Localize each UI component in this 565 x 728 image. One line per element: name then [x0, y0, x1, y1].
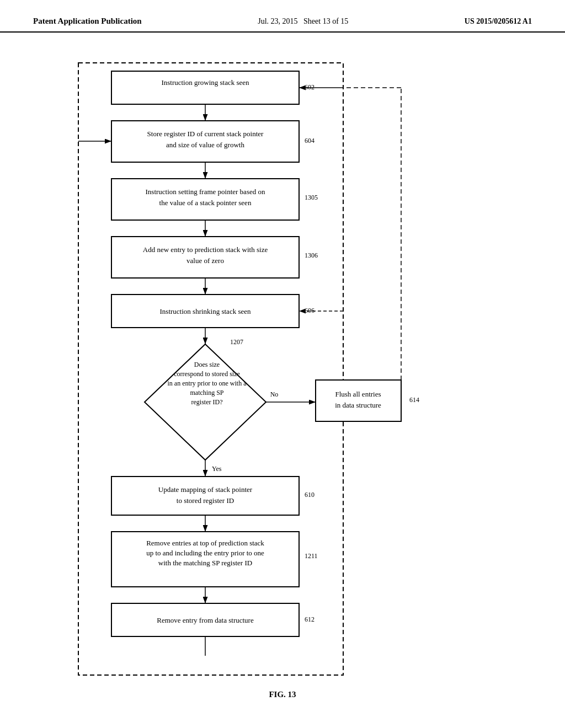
svg-text:the value of a stack pointer s: the value of a stack pointer seen	[159, 199, 252, 207]
svg-text:to stored register ID: to stored register ID	[177, 496, 234, 505]
svg-rect-1	[111, 71, 299, 104]
svg-text:604: 604	[305, 137, 315, 144]
svg-text:FIG. 13: FIG. 13	[269, 690, 296, 699]
svg-text:Store register ID of current s: Store register ID of current stack point…	[147, 130, 264, 138]
svg-text:up to and including the entry : up to and including the entry prior to o…	[146, 549, 264, 557]
page-header: Patent Application Publication Jul. 23, …	[0, 0, 565, 33]
publication-label: Patent Application Publication	[33, 17, 142, 26]
svg-text:610: 610	[305, 491, 315, 499]
flowchart-svg: Instruction growing stack seen 602 Store…	[67, 49, 498, 711]
patent-number-label: US 2015/0205612 A1	[465, 17, 532, 26]
svg-text:matching SP: matching SP	[190, 389, 223, 397]
svg-text:Flush all entries: Flush all entries	[335, 390, 381, 398]
svg-text:Yes: Yes	[212, 465, 222, 473]
svg-text:Does size: Does size	[194, 361, 220, 368]
svg-text:Instruction shrinking stack se: Instruction shrinking stack seen	[160, 307, 251, 315]
svg-text:606: 606	[305, 307, 315, 314]
svg-text:correspond to stored size: correspond to stored size	[174, 370, 240, 378]
svg-text:in data structure: in data structure	[335, 401, 381, 409]
svg-text:1211: 1211	[305, 552, 318, 560]
svg-text:1305: 1305	[305, 194, 318, 201]
svg-text:register ID?: register ID?	[191, 398, 223, 406]
date-label: Jul. 23, 2015 Sheet 13 of 15	[258, 17, 348, 26]
svg-text:value of zero: value of zero	[186, 256, 224, 265]
svg-rect-44	[111, 477, 299, 515]
svg-text:No: No	[270, 390, 279, 398]
svg-text:in an entry prior to one with : in an entry prior to one with a	[168, 379, 247, 387]
svg-text:612: 612	[305, 615, 315, 623]
svg-text:1207: 1207	[230, 338, 243, 346]
flowchart-container: Instruction growing stack seen 602 Store…	[67, 49, 498, 713]
svg-text:Instruction growing stack seen: Instruction growing stack seen	[161, 78, 249, 87]
svg-text:Instruction setting frame poin: Instruction setting frame pointer based …	[146, 188, 265, 196]
svg-text:with the matching SP register : with the matching SP register ID	[158, 559, 252, 567]
svg-text:Add new entry to prediction st: Add new entry to prediction stack with s…	[143, 245, 268, 254]
svg-text:Remove entries at top of predi: Remove entries at top of prediction stac…	[146, 539, 264, 547]
svg-text:1306: 1306	[305, 251, 318, 259]
svg-text:614: 614	[409, 396, 419, 404]
svg-text:602: 602	[305, 83, 315, 91]
svg-text:and size of value of growth: and size of value of growth	[166, 141, 244, 149]
svg-text:Remove entry from data structu: Remove entry from data structure	[157, 616, 254, 624]
diagram-area: Instruction growing stack seen 602 Store…	[0, 33, 565, 724]
svg-text:Update mapping of stack pointe: Update mapping of stack pointer	[158, 485, 253, 494]
